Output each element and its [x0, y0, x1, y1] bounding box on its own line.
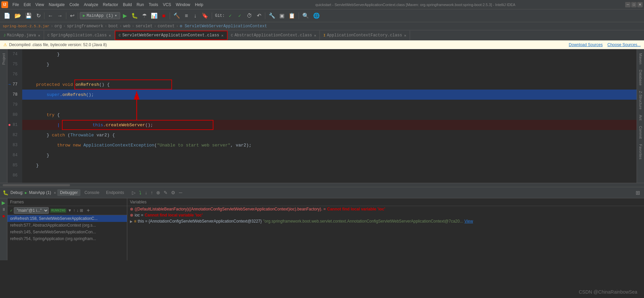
menu-help[interactable]: Help — [193, 2, 206, 8]
menu-run[interactable]: Run — [134, 2, 146, 8]
menu-file[interactable]: File — [10, 2, 21, 8]
menu-build[interactable]: Build — [121, 2, 134, 8]
debug-tab-endpoints[interactable]: Endpoints — [103, 189, 127, 196]
frame-item-refresh145[interactable]: refresh:145, ServletWebServerApplication… — [7, 229, 127, 235]
open-button[interactable]: 📂 — [13, 11, 23, 21]
sidebar-project-tab[interactable]: Project — [1, 51, 7, 67]
tab-abstract-close[interactable]: ✕ — [314, 33, 316, 38]
tools-settings[interactable]: 🔧 — [267, 11, 277, 21]
breadcrumb-springframework[interactable]: springframework — [67, 24, 103, 29]
debug-mute-button[interactable]: ⊗ — [155, 189, 162, 196]
debug-layout-button[interactable]: ⊞ — [634, 189, 641, 197]
breadcrumb-servlet[interactable]: servlet — [136, 24, 152, 29]
debug-stop-side-button[interactable]: ■ — [1, 213, 7, 219]
save-button[interactable]: 💾 — [24, 11, 34, 21]
menu-window[interactable]: Window — [173, 2, 193, 8]
step-up-button[interactable]: ↑ — [73, 208, 75, 213]
sidebar-ant-tab[interactable]: Ant — [638, 112, 644, 123]
sidebar-database-tab[interactable]: Database — [638, 67, 644, 88]
expand-this-icon[interactable]: ▶ — [130, 220, 133, 223]
tab-mainapp-close[interactable]: ✕ — [38, 33, 40, 38]
tab-servlet-close[interactable]: ✕ — [221, 33, 224, 38]
terminal-button[interactable]: ▣ — [278, 11, 286, 21]
minimize-button[interactable]: ─ — [625, 2, 631, 7]
horizontal-scrollbar[interactable] — [0, 183, 644, 187]
breadcrumb-boot[interactable]: boot — [108, 24, 118, 29]
debug-step-over-button[interactable]: ⤵ — [138, 189, 143, 196]
filter-frames-button[interactable]: ▼ — [68, 208, 72, 213]
thread-select[interactable]: "main"@1 i..." — [14, 207, 49, 214]
git-revert-button[interactable]: ↶ — [255, 11, 263, 21]
sidebar-favorites-tab[interactable]: Favorites — [638, 141, 644, 162]
git-history-button[interactable]: ⏱ — [245, 11, 254, 21]
breadcrumb-jar[interactable]: spring-boot-2.5.3.jar — [3, 24, 49, 28]
menu-code[interactable]: Code — [67, 2, 81, 8]
debug-button[interactable]: 🐛 — [130, 11, 140, 21]
sync-button[interactable]: ↻ — [34, 11, 42, 21]
debug-resume-side-button[interactable]: ▶ — [1, 200, 7, 206]
tab-springapplication[interactable]: C SpringApplication.class ✕ — [44, 31, 115, 40]
download-sources-link[interactable]: Download Sources — [569, 42, 603, 47]
bookmark-button[interactable]: 🔖 — [200, 11, 210, 21]
debug-close-button[interactable]: ─ — [177, 189, 183, 196]
git-push-button[interactable]: ✓ — [226, 11, 234, 21]
sidebar-structure-tab[interactable]: Z-Structure — [638, 88, 644, 112]
tasks-button[interactable]: ≡ — [182, 11, 191, 21]
undo-button[interactable]: ↩ — [68, 11, 76, 21]
maximize-button[interactable]: □ — [631, 2, 637, 7]
tab-factory-close[interactable]: ✕ — [404, 33, 406, 38]
debug-session-close[interactable]: ✕ — [54, 191, 56, 195]
menu-view[interactable]: View — [33, 2, 46, 8]
menu-edit[interactable]: Edit — [21, 2, 33, 8]
stop-button[interactable]: ■ — [160, 11, 168, 21]
choose-sources-link[interactable]: Choose Sources... — [607, 42, 641, 47]
breadcrumb-web[interactable]: web — [123, 24, 131, 29]
debug-pause-side-button[interactable]: ⏸ — [1, 206, 7, 212]
sidebar-commit-tab[interactable]: Commit — [638, 123, 644, 141]
git-commit-button[interactable]: ✓ — [236, 11, 244, 21]
profile-button[interactable]: 📊 — [149, 11, 159, 21]
menu-vcs[interactable]: VCS — [161, 2, 174, 8]
debug-step-out-button[interactable]: ↑ — [149, 189, 154, 196]
tab-applicationcontextfactory[interactable]: I ApplicationContextFactory.class ✕ — [320, 31, 410, 40]
var-this-view-link[interactable]: View — [464, 219, 473, 224]
new-file-button[interactable]: 📄 — [2, 11, 12, 21]
step-down-button[interactable]: ↓ — [76, 208, 78, 213]
run-button[interactable]: ▶ — [121, 11, 129, 21]
back-button[interactable]: ← — [46, 11, 55, 21]
add-frame-button[interactable]: + — [84, 207, 92, 214]
code-editor[interactable]: } } protected void onRefresh() { super.o… — [22, 49, 637, 183]
breadcrumb-class[interactable]: ⚙ ServletWebServerApplicationContext — [180, 24, 267, 29]
debug-evaluate-button[interactable]: ✎ — [162, 189, 169, 196]
tab-servletwebserver[interactable]: C ServletWebServerApplicationContext.cla… — [115, 31, 228, 40]
vcs-button[interactable]: ↓ — [191, 11, 199, 21]
search-everywhere-button[interactable]: 🔍 — [301, 11, 311, 21]
debug-resume-button[interactable]: ▷ — [131, 189, 137, 196]
debug-tab-debugger[interactable]: Debugger — [57, 189, 80, 196]
coverage-button[interactable]: ☂ — [140, 11, 148, 21]
debug-step-into-button[interactable]: ↓ — [143, 189, 148, 196]
tab-springapp-close[interactable]: ✕ — [109, 33, 111, 38]
frame-item-refresh577[interactable]: refresh:577, AbstractApplicationContext … — [7, 222, 127, 229]
menu-tools[interactable]: Tools — [146, 2, 161, 8]
run-config-dropdown[interactable]: ▶ MainApp (1) ▾ — [80, 12, 120, 19]
forward-button[interactable]: → — [56, 11, 64, 21]
frame-item-refresh754[interactable]: refresh:754, SpringApplication (org.spri… — [7, 235, 127, 242]
tab-mainapp[interactable]: J MainApp.java ✕ — [0, 31, 44, 40]
breadcrumb-org[interactable]: org — [55, 24, 62, 29]
menu-refactor[interactable]: Refactor — [101, 2, 121, 8]
frame-item-onrefresh[interactable]: onRefresh:158, ServletWebServerApplicati… — [7, 215, 127, 222]
debug-tab-console[interactable]: Console — [82, 189, 102, 196]
tab-abstractapplication[interactable]: C AbstractApplicationContext.class ✕ — [228, 31, 320, 40]
translate-button[interactable]: 🌐 — [311, 11, 321, 21]
frame-filter-button[interactable]: ⊞ — [80, 208, 83, 213]
build-button[interactable]: 🔨 — [172, 11, 182, 21]
menu-analyze[interactable]: Analyze — [81, 2, 101, 8]
debug-settings-button[interactable]: ⚙ — [170, 189, 177, 196]
sidebar-maven-tab[interactable]: Maven — [638, 51, 644, 67]
scrollbar-thumb[interactable] — [3, 184, 70, 186]
close-button[interactable]: ✕ — [637, 2, 643, 7]
menu-navigate[interactable]: Navigate — [46, 2, 67, 8]
breadcrumb-context[interactable]: context — [158, 24, 174, 29]
copy-path-button[interactable]: 📋 — [287, 11, 297, 21]
